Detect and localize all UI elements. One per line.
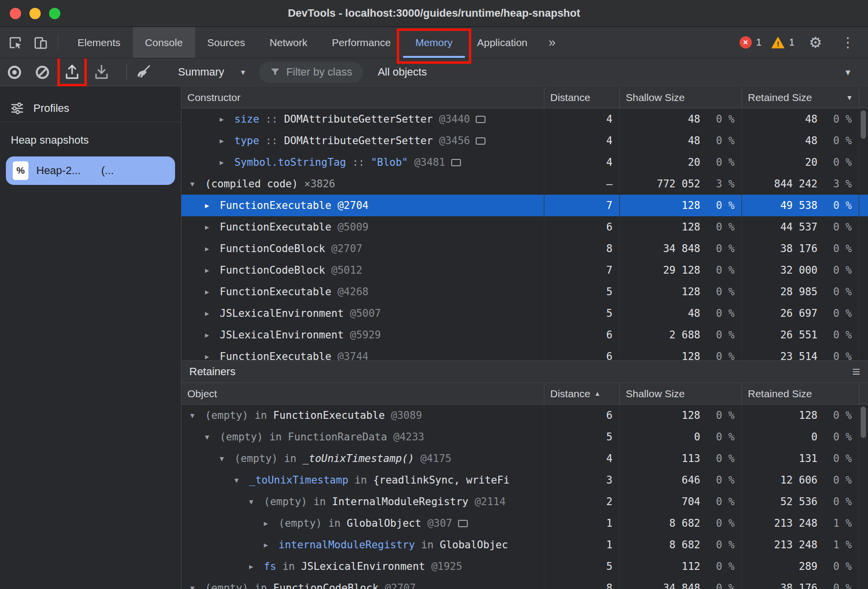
column-header-retained-size[interactable]: Retained Size — [742, 383, 859, 404]
save-profile-button[interactable] — [92, 63, 111, 81]
constructor-row[interactable]: ▼(compiled code) ×3826–772 0523 %844 242… — [181, 173, 868, 195]
expand-icon[interactable]: ▶ — [205, 223, 220, 231]
main-menu-button[interactable]: ⋮ — [837, 31, 859, 54]
collapse-icon[interactable]: ▼ — [190, 584, 205, 589]
close-window-button[interactable] — [10, 8, 21, 19]
size-value: 32 000 — [742, 264, 817, 276]
reveal-in-summary-icon[interactable] — [476, 137, 485, 145]
retainer-row[interactable]: ▼(empty) in FunctionCodeBlock @2707834 8… — [181, 577, 868, 589]
retainer-row[interactable]: ▼(empty) in FunctionRareData @4233500 %0… — [181, 426, 868, 448]
tab-console[interactable]: Console — [133, 27, 195, 58]
row-text: in — [322, 517, 347, 529]
collapse-icon[interactable]: ▼ — [190, 180, 205, 188]
retained-size-cell: 12 6060 % — [742, 469, 859, 491]
retainer-row[interactable]: ▼(empty) in FunctionExecutable @30896128… — [181, 405, 868, 426]
expand-icon[interactable]: ▶ — [220, 115, 234, 123]
expand-icon[interactable]: ▶ — [205, 353, 220, 360]
hamburger-menu-icon[interactable]: ≡ — [852, 365, 860, 379]
collapse-icon[interactable]: ▼ — [190, 411, 205, 419]
toggle-device-toolbar-button[interactable] — [29, 31, 52, 54]
constructor-row[interactable]: ▶FunctionExecutable @426851280 %28 9850 … — [181, 281, 868, 303]
collapse-icon[interactable]: ▼ — [205, 433, 220, 441]
constructor-row[interactable]: ▶FunctionCodeBlock @5012729 1280 %32 000… — [181, 259, 868, 281]
constructor-row[interactable]: ▶FunctionCodeBlock @2707834 8480 %38 176… — [181, 238, 868, 259]
column-header-retained-size[interactable]: Retained Size ▼ — [742, 87, 859, 108]
collect-garbage-button[interactable] — [135, 63, 153, 81]
column-header-shallow-size[interactable]: Shallow Size — [620, 383, 742, 404]
tree-cell: ▼(empty) in InternalModuleRegistry @2114 — [181, 491, 544, 512]
expand-icon[interactable]: ▶ — [264, 541, 279, 549]
constructor-row[interactable]: ▶FunctionExecutable @374461280 %23 5140 … — [181, 346, 868, 360]
more-tabs-button[interactable]: » — [539, 27, 564, 58]
heap-snapshot-item[interactable]: % Heap-2... (... — [6, 156, 175, 185]
minimize-window-button[interactable] — [29, 8, 41, 19]
retainer-row[interactable]: ▶internalModuleRegistry in GlobalObjec18… — [181, 534, 868, 556]
constructor-row[interactable]: ▶Symbol.toStringTag :: "Blob" @34814200 … — [181, 152, 868, 173]
tab-application[interactable]: Application — [465, 27, 540, 58]
reveal-in-summary-icon[interactable] — [451, 159, 461, 166]
warning-badge[interactable]: ! 1 — [771, 37, 794, 49]
reveal-in-summary-icon[interactable] — [458, 520, 468, 527]
tab-network[interactable]: Network — [257, 27, 320, 58]
retained-size-cell: 38 1760 % — [742, 238, 859, 259]
size-percent: 3 % — [817, 178, 859, 190]
reveal-in-summary-icon[interactable] — [476, 116, 485, 123]
retainer-row[interactable]: ▼(empty) in _toUnixTimestamp() @41754113… — [181, 448, 868, 469]
objects-scope-select[interactable]: All objects — [378, 66, 427, 78]
constructors-scrollbar-thumb[interactable] — [861, 110, 866, 139]
expand-icon[interactable]: ▶ — [205, 266, 220, 274]
load-profile-button[interactable] — [63, 63, 81, 81]
tab-elements[interactable]: Elements — [65, 27, 133, 58]
broom-icon — [135, 63, 153, 81]
zoom-window-button[interactable] — [49, 8, 60, 19]
column-header-distance[interactable]: Distance ▲ — [544, 383, 620, 404]
toolbar-overflow-button[interactable]: ▾ — [845, 66, 860, 78]
collapse-icon[interactable]: ▼ — [220, 455, 234, 462]
retainer-row[interactable]: ▼_toUnixTimestamp in {readlinkSync, writ… — [181, 469, 868, 491]
constructor-row[interactable]: ▶FunctionExecutable @500961280 %44 5370 … — [181, 216, 868, 238]
constructor-row[interactable]: ▶JSLexicalEnvironment @592962 6880 %26 5… — [181, 324, 868, 346]
tab-memory[interactable]: Memory — [403, 27, 465, 58]
scrollbar-spacer — [859, 577, 868, 589]
retained-size-cell: 26 5510 % — [742, 324, 859, 346]
size-percent: 0 % — [700, 517, 741, 529]
perspective-select[interactable]: Summary ▾ — [178, 66, 245, 78]
expand-icon[interactable]: ▶ — [205, 288, 220, 296]
size-percent: 0 % — [700, 200, 741, 211]
constructor-row[interactable]: ▶FunctionExecutable @270471280 %49 5380 … — [181, 195, 868, 216]
tab-performance[interactable]: Performance — [320, 27, 403, 58]
class-filter-input[interactable]: Filter by class — [259, 62, 363, 83]
column-header-object[interactable]: Object — [181, 383, 544, 404]
record-heap-snapshot-button[interactable] — [8, 66, 36, 79]
column-header-shallow-size[interactable]: Shallow Size — [620, 87, 742, 108]
retainer-row[interactable]: ▶(empty) in GlobalObject @30718 6820 %21… — [181, 512, 868, 534]
tab-sources[interactable]: Sources — [195, 27, 257, 58]
retainer-row[interactable]: ▼(empty) in InternalModuleRegistry @2114… — [181, 491, 868, 512]
retainer-row[interactable]: ▶fs in JSLexicalEnvironment @192551120 %… — [181, 556, 868, 577]
constructor-row[interactable]: ▶type :: DOMAttributeGetterSetter @34564… — [181, 130, 868, 152]
expand-icon[interactable]: ▶ — [205, 202, 220, 209]
expand-icon[interactable]: ▶ — [220, 137, 234, 145]
expand-icon[interactable]: ▶ — [264, 519, 279, 527]
settings-button[interactable]: ⚙ — [804, 31, 827, 54]
constructor-row[interactable]: ▶JSLexicalEnvironment @50075480 %26 6970… — [181, 303, 868, 324]
retained-size-cell: 44 5370 % — [742, 216, 859, 238]
collapse-icon[interactable]: ▼ — [234, 476, 249, 484]
error-badge[interactable]: ✕ 1 — [740, 36, 762, 49]
retained-size-cell: 23 5140 % — [742, 346, 859, 360]
expand-icon[interactable]: ▶ — [220, 158, 234, 166]
expand-icon[interactable]: ▶ — [249, 563, 264, 570]
column-header-distance[interactable]: Distance — [544, 87, 620, 108]
constructor-row[interactable]: ▶size :: DOMAttributeGetterSetter @34404… — [181, 108, 868, 130]
column-header-constructor[interactable]: Constructor — [181, 87, 544, 108]
row-text: type — [234, 135, 259, 147]
inspect-element-button[interactable] — [4, 31, 26, 54]
collapse-icon[interactable]: ▼ — [249, 498, 264, 506]
expand-icon[interactable]: ▶ — [205, 309, 220, 317]
expand-icon[interactable]: ▶ — [205, 331, 220, 339]
retainers-scrollbar-thumb[interactable] — [861, 407, 866, 438]
size-percent: 0 % — [700, 156, 741, 168]
expand-icon[interactable]: ▶ — [205, 245, 220, 253]
clear-profiles-button[interactable] — [36, 66, 63, 79]
row-text: FunctionCodeBlock — [220, 243, 325, 255]
